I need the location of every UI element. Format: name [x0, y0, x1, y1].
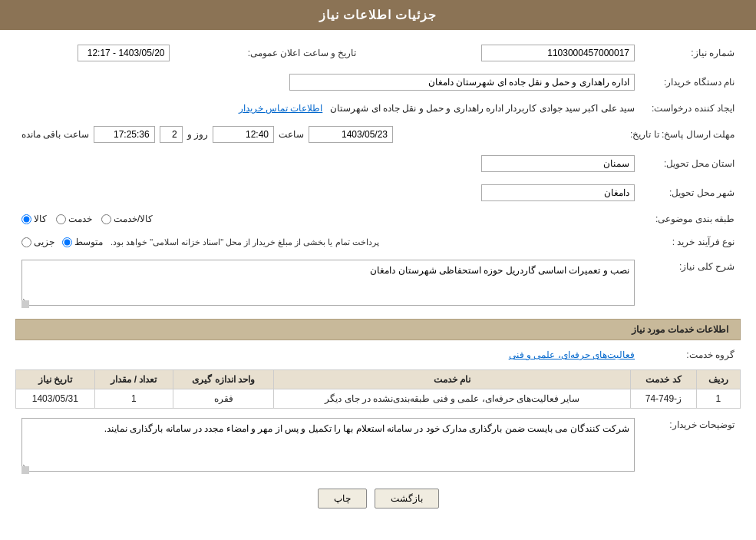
purchase-type-jozi[interactable]: جزیی — [21, 237, 54, 247]
purchase-type-mota[interactable]: متوسط — [62, 237, 103, 247]
category-khidmat[interactable]: خدمت — [56, 214, 92, 224]
purchase-type-mota-label: متوسط — [74, 237, 103, 247]
buyer-org-input[interactable] — [289, 74, 635, 91]
cell-quantity: 1 — [94, 389, 173, 409]
buyer-notes-label: توضیحات خریدار: — [641, 415, 741, 477]
purchase-type-jozi-label: جزیی — [34, 237, 54, 247]
need-description-label: شرح کلی نیاز: — [641, 257, 741, 311]
print-button[interactable]: چاپ — [318, 489, 367, 509]
remaining-time-input[interactable] — [94, 126, 155, 143]
public-announce-input[interactable] — [78, 45, 170, 61]
service-group-label: گروه خدمت: — [641, 346, 741, 363]
cell-code: ز-749-74 — [631, 389, 697, 409]
category-kala-khidmat-label: کالا/خدمت — [114, 214, 153, 224]
remaining-suffix: ساعت باقی مانده — [21, 129, 89, 140]
col-row: ردیف — [696, 370, 740, 389]
services-table: ردیف کد خدمت نام خدمت واحد اندازه گیری ت… — [15, 369, 741, 409]
purchase-type-note: پرداخت تمام یا بخشی از مبلغ خریدار از مح… — [111, 237, 379, 247]
province-label: استان محل تحویل: — [641, 152, 741, 175]
cell-date: 1403/05/31 — [16, 389, 95, 409]
resize-handle-2 — [21, 466, 29, 474]
creator-value: سید علی اکبر سید جوادی کاربردار اداره را… — [330, 103, 635, 114]
remaining-days-input[interactable] — [160, 126, 183, 143]
need-description-textarea[interactable]: نصب و تعمیرات اساسی گاردریل حوزه استحفاظ… — [21, 260, 635, 306]
cell-row: 1 — [696, 389, 740, 409]
response-date-input[interactable] — [309, 126, 393, 143]
city-label: شهر محل تحویل: — [641, 181, 741, 204]
col-quantity: تعداد / مقدار — [94, 370, 173, 389]
creator-contact-link[interactable]: اطلاعات تماس خریدار — [239, 103, 323, 114]
cell-unit: فقره — [173, 389, 274, 409]
back-button[interactable]: بازگشت — [375, 489, 439, 509]
table-row: 1 ز-749-74 سایر فعالیت‌های حرفه‌ای، علمی… — [16, 389, 741, 409]
need-number-input[interactable] — [481, 45, 635, 61]
city-input[interactable] — [481, 184, 635, 201]
page-title: جزئیات اطلاعات نیاز — [0, 0, 756, 30]
purchase-type-label: نوع فرآیند خرید : — [641, 234, 741, 250]
category-kala[interactable]: کالا — [21, 214, 47, 224]
category-khidmat-label: خدمت — [68, 214, 92, 224]
button-row: بازگشت چاپ — [15, 489, 741, 509]
buyer-notes-textarea[interactable]: شرکت کنندگان می بایست ضمن بارگذاری مدارک… — [21, 418, 635, 472]
category-kala-khidmat[interactable]: کالا/خدمت — [101, 214, 153, 224]
col-name: نام خدمت — [274, 370, 631, 389]
services-section-header: اطلاعات خدمات مورد نیاز — [15, 319, 741, 340]
category-label: طبقه بندی موضوعی: — [641, 210, 741, 227]
col-unit: واحد اندازه گیری — [173, 370, 274, 389]
cell-name: سایر فعالیت‌های حرفه‌ای، علمی و فنی طبقه… — [274, 389, 631, 409]
province-input[interactable] — [481, 155, 635, 172]
col-date: تاریخ نیاز — [16, 370, 95, 389]
creator-label: ایجاد کننده درخواست: — [641, 100, 741, 117]
category-kala-label: کالا — [34, 214, 47, 224]
public-announce-label: تاریخ و ساعت اعلان عمومی: — [176, 41, 362, 65]
remaining-days-label: روز و — [187, 129, 208, 140]
buyer-org-label: نام دستگاه خریدار: — [641, 71, 741, 94]
response-time-input[interactable] — [213, 126, 274, 143]
need-number-label: شماره نیاز: — [641, 41, 741, 65]
col-code: کد خدمت — [631, 370, 697, 389]
response-deadline-label: مهلت ارسال پاسخ: تا تاریخ: — [624, 123, 741, 146]
resize-handle — [21, 300, 29, 308]
response-time-label: ساعت — [279, 129, 304, 140]
service-group-value[interactable]: فعالیت‌های حرفه‌ای، علمی و فنی — [509, 350, 635, 360]
